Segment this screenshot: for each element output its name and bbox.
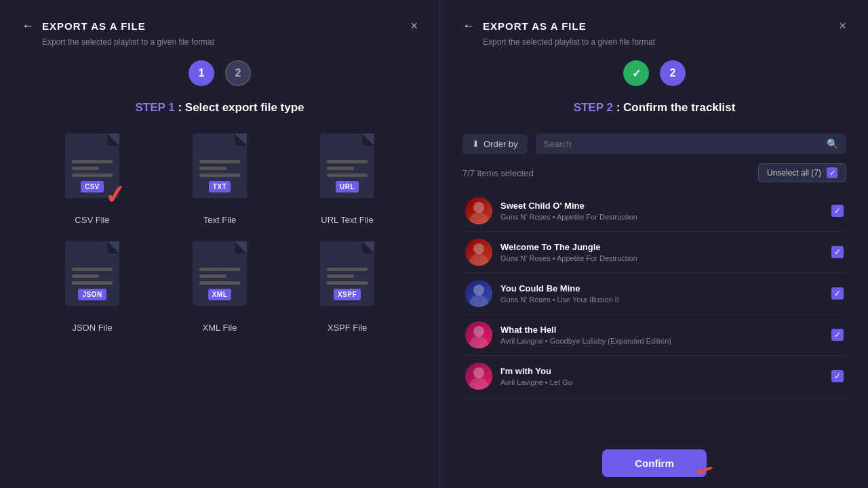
unselect-checkbox: ✓ — [827, 167, 837, 178]
avatar-art — [465, 321, 492, 348]
xspf-line-1 — [327, 268, 368, 271]
track-meta: Guns N' Roses • Appetite For Destruction — [500, 213, 823, 221]
track-info: You Could Be Mine Guns N' Roses • Use Yo… — [500, 283, 823, 304]
track-title: What the Hell — [500, 325, 823, 335]
track-meta: Avril Lavigne • Let Go — [500, 378, 823, 386]
txt-line-1 — [199, 160, 240, 163]
right-panel-title: EXPORT AS A FILE — [483, 20, 587, 32]
track-checkbox[interactable]: ✓ — [831, 329, 844, 341]
track-info: Welcome To The Jungle Guns N' Roses • Ap… — [500, 242, 823, 262]
xspf-badge: XSPF — [334, 289, 361, 300]
url-line-3 — [327, 174, 368, 177]
xml-label: XML File — [203, 323, 237, 333]
xspf-icon-wrap: XSPF — [313, 241, 381, 316]
left-panel-title: EXPORT AS A FILE — [42, 20, 146, 32]
csv-doc-lines — [72, 160, 113, 177]
confirm-label: Confirm — [635, 458, 674, 469]
items-row: 7/7 items selected Unselect all (7) ✓ — [462, 163, 846, 182]
txt-doc-lines — [199, 160, 240, 177]
items-count: 7/7 items selected — [462, 168, 534, 178]
file-type-xml[interactable]: XML XML File — [163, 241, 277, 333]
right-close-button[interactable]: × — [839, 19, 846, 33]
xml-doc-lines — [199, 268, 240, 285]
xml-line-2 — [199, 274, 226, 278]
step-1-circle: 1 — [189, 60, 214, 86]
track-avatar — [465, 197, 492, 224]
track-checkbox[interactable]: ✓ — [831, 287, 844, 300]
json-doc-icon: JSON — [65, 241, 119, 306]
url-label: URL Text File — [321, 215, 373, 225]
url-doc-lines — [327, 160, 368, 177]
track-info: What the Hell Avril Lavigne • Goodbye Lu… — [500, 325, 823, 345]
csv-checkmark: ✓ — [103, 182, 127, 209]
track-item[interactable]: I'm with You Avril Lavigne • Let Go ✓ — [462, 356, 846, 397]
file-type-url[interactable]: URL URL Text File — [290, 134, 404, 225]
svg-point-9 — [469, 378, 488, 390]
step1-heading: STEP 1 : Select export file type — [22, 101, 418, 115]
json-icon-wrap: JSON — [58, 241, 126, 316]
file-type-xspf[interactable]: XSPF XSPF File — [290, 241, 404, 333]
search-icon: 🔍 — [827, 138, 838, 149]
right-step-2-circle: 2 — [660, 60, 686, 86]
avatar-art — [465, 239, 492, 266]
url-icon-wrap: URL — [313, 134, 381, 208]
track-item[interactable]: What the Hell Avril Lavigne • Goodbye Lu… — [462, 314, 846, 356]
avatar-art — [465, 280, 492, 307]
track-title: Sweet Child O' Mine — [500, 201, 823, 211]
search-input[interactable] — [544, 139, 821, 149]
txt-line-2 — [199, 167, 226, 170]
track-checkbox[interactable]: ✓ — [831, 205, 844, 217]
track-item[interactable]: You Could Be Mine Guns N' Roses • Use Yo… — [462, 273, 846, 314]
svg-point-6 — [473, 326, 484, 337]
svg-point-5 — [469, 295, 488, 307]
track-item[interactable]: Sweet Child O' Mine Guns N' Roses • Appe… — [462, 190, 846, 232]
csv-badge: CSV — [81, 181, 104, 192]
right-back-arrow[interactable]: ← — [462, 19, 475, 33]
step2-heading: STEP 2 : Confirm the tracklist — [462, 101, 846, 115]
unselect-all-button[interactable]: Unselect all (7) ✓ — [758, 163, 846, 182]
track-avatar — [465, 321, 492, 348]
step2-label: STEP 2 — [574, 101, 613, 114]
left-panel-subtitle: Export the selected playlist to a given … — [42, 37, 418, 47]
left-panel: ← EXPORT AS A FILE × Export the selected… — [0, 0, 441, 488]
svg-point-2 — [473, 243, 484, 254]
track-avatar — [465, 239, 492, 266]
avatar-art — [465, 197, 492, 224]
xspf-line-2 — [327, 274, 354, 278]
csv-label: CSV File — [75, 215, 109, 225]
file-type-csv[interactable]: CSV ✓ CSV File — [35, 134, 149, 225]
track-title: Welcome To The Jungle — [500, 242, 823, 252]
step1-text: : Select export file type — [178, 101, 304, 114]
file-type-txt[interactable]: TXT Text File — [163, 134, 277, 225]
svg-point-7 — [469, 336, 488, 348]
left-steps-row: 1 2 — [22, 60, 418, 86]
left-back-arrow[interactable]: ← — [22, 19, 34, 33]
track-checkbox[interactable]: ✓ — [831, 370, 844, 382]
track-item[interactable]: Welcome To The Jungle Guns N' Roses • Ap… — [462, 232, 846, 273]
url-line-2 — [327, 167, 354, 170]
xml-doc-icon: XML — [193, 241, 247, 306]
track-avatar — [465, 363, 492, 390]
right-panel-subtitle: Export the selected playlist to a given … — [483, 37, 846, 47]
track-avatar — [465, 280, 492, 307]
track-info: Sweet Child O' Mine Guns N' Roses • Appe… — [500, 201, 823, 221]
json-badge: JSON — [78, 289, 106, 300]
confirm-arrow-icon: ✓ — [690, 455, 718, 487]
track-list: Sweet Child O' Mine Guns N' Roses • Appe… — [462, 190, 846, 440]
left-header: ← EXPORT AS A FILE × — [22, 19, 418, 33]
track-checkbox[interactable]: ✓ — [831, 246, 844, 258]
json-line-2 — [72, 274, 99, 278]
xspf-line-3 — [327, 281, 368, 285]
step1-label: STEP 1 — [135, 101, 174, 114]
file-type-json[interactable]: JSON JSON File — [35, 241, 149, 333]
confirm-button[interactable]: Confirm ✓ — [602, 449, 707, 477]
track-title: You Could Be Mine — [500, 283, 823, 293]
step-2-circle: 2 — [225, 60, 251, 86]
svg-point-4 — [473, 285, 484, 296]
json-doc-lines — [72, 268, 113, 285]
track-meta: Guns N' Roses • Appetite For Destruction — [500, 254, 823, 262]
left-close-button[interactable]: × — [410, 19, 418, 33]
order-by-button[interactable]: ⬇ Order by — [462, 134, 528, 154]
json-label: JSON File — [72, 323, 112, 333]
sort-icon: ⬇ — [472, 139, 479, 149]
